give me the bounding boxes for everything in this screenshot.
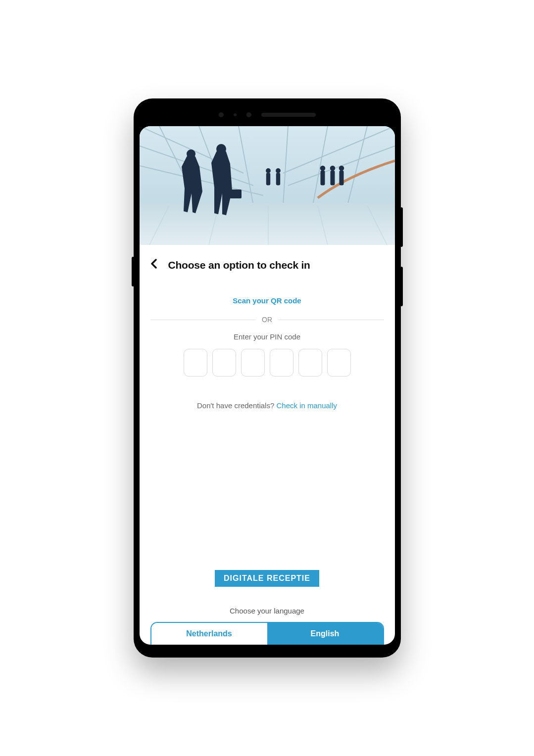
sensor-dot (234, 113, 237, 116)
pin-digit-1[interactable] (184, 349, 207, 377)
svg-rect-28 (330, 171, 335, 186)
svg-point-25 (320, 166, 325, 171)
pin-digit-2[interactable] (212, 349, 236, 377)
svg-point-23 (276, 168, 281, 173)
brand-badge: DIGITALE RECEPTIE (215, 570, 319, 587)
phone-side-button (401, 207, 403, 247)
page-title: Choose an option to check in (168, 259, 310, 271)
svg-point-18 (187, 149, 195, 158)
phone-frame: Choose an option to check in Scan your Q… (134, 98, 401, 658)
divider-line (150, 320, 256, 320)
manual-prefix: Don't have credentials? (197, 401, 276, 410)
back-icon[interactable] (150, 259, 157, 272)
divider: OR (150, 316, 384, 324)
phone-sensors (140, 107, 395, 122)
svg-rect-30 (339, 171, 343, 186)
hero-image (140, 126, 395, 245)
manual-checkin-row: Don't have credentials? Check in manuall… (150, 401, 384, 410)
language-prompt: Choose your language (150, 607, 384, 615)
main-content: Choose an option to check in Scan your Q… (140, 245, 395, 645)
title-row: Choose an option to check in (150, 259, 384, 272)
svg-rect-20 (230, 189, 242, 198)
app-screen: Choose an option to check in Scan your Q… (140, 126, 395, 645)
speaker-grille (261, 113, 316, 117)
svg-rect-24 (276, 173, 280, 185)
svg-point-27 (330, 166, 335, 171)
phone-side-button (401, 267, 403, 306)
manual-checkin-link[interactable]: Check in manually (276, 401, 337, 410)
pin-input-row (150, 349, 384, 377)
divider-label: OR (262, 316, 272, 324)
phone-side-button (132, 257, 134, 286)
scan-qr-link[interactable]: Scan your QR code (150, 296, 384, 305)
pin-digit-5[interactable] (298, 349, 322, 377)
svg-point-29 (339, 166, 344, 171)
sensor-dot (246, 112, 251, 117)
svg-rect-22 (266, 173, 270, 185)
language-option-english[interactable]: English (267, 623, 383, 645)
divider-line (278, 320, 384, 320)
pin-digit-6[interactable] (327, 349, 351, 377)
svg-rect-26 (320, 171, 325, 186)
language-toggle: Netherlands English (150, 622, 384, 645)
pin-digit-4[interactable] (270, 349, 293, 377)
pin-prompt: Enter your PIN code (150, 332, 384, 341)
svg-point-21 (266, 168, 271, 173)
svg-rect-12 (140, 203, 395, 245)
sensor-dot (219, 112, 224, 117)
pin-digit-3[interactable] (241, 349, 265, 377)
svg-point-19 (216, 144, 226, 154)
language-option-netherlands[interactable]: Netherlands (151, 623, 267, 645)
